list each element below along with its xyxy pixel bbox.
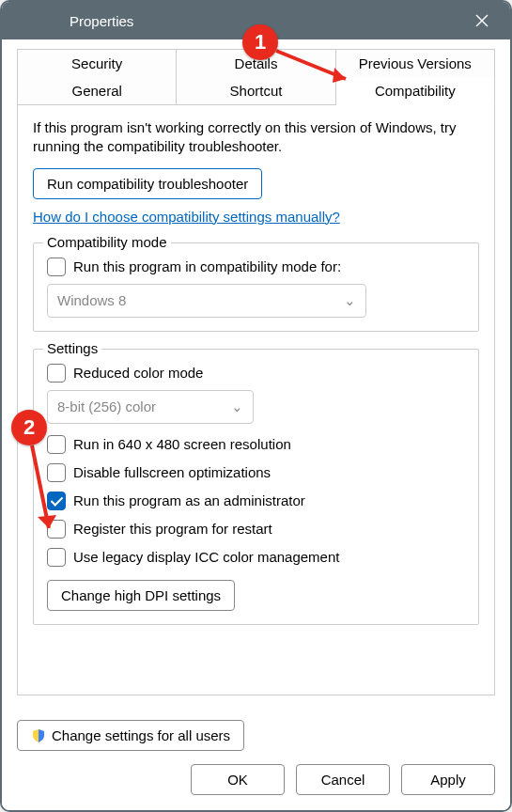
chevron-down-icon: ⌄ bbox=[231, 398, 243, 415]
shield-icon bbox=[31, 728, 46, 743]
properties-window: Properties Security Details Previous Ver… bbox=[0, 0, 512, 812]
color-mode-select[interactable]: 8-bit (256) color ⌄ bbox=[47, 390, 254, 424]
svg-marker-3 bbox=[333, 68, 346, 83]
ok-button[interactable]: OK bbox=[191, 764, 285, 795]
resolution-640-label: Run in 640 x 480 screen resolution bbox=[73, 436, 291, 452]
group-settings: Settings Reduced color mode 8-bit (256) … bbox=[33, 349, 479, 625]
svg-line-4 bbox=[32, 445, 49, 528]
tab-panel-compatibility: If this program isn't working correctly … bbox=[17, 104, 495, 695]
annotation-arrow-2 bbox=[23, 442, 70, 545]
run-as-admin-label: Run this program as an administrator bbox=[73, 492, 305, 508]
all-users-row: Change settings for all users bbox=[17, 720, 495, 751]
chevron-down-icon: ⌄ bbox=[344, 292, 356, 309]
tab-general[interactable]: General bbox=[17, 77, 177, 104]
register-restart-label: Register this program for restart bbox=[73, 521, 272, 537]
close-button[interactable] bbox=[465, 4, 499, 38]
apply-button[interactable]: Apply bbox=[401, 764, 495, 795]
manual-settings-link[interactable]: How do I choose compatibility settings m… bbox=[33, 209, 340, 225]
group-label: Settings bbox=[43, 340, 101, 356]
run-troubleshooter-button[interactable]: Run compatibility troubleshooter bbox=[33, 168, 262, 199]
svg-marker-5 bbox=[38, 515, 56, 528]
window-title: Properties bbox=[70, 13, 133, 29]
intro-text: If this program isn't working correctly … bbox=[33, 118, 479, 157]
close-icon bbox=[474, 13, 489, 28]
dialog-footer: OK Cancel Apply bbox=[2, 751, 510, 810]
cancel-button[interactable]: Cancel bbox=[296, 764, 390, 795]
reduced-color-label: Reduced color mode bbox=[73, 365, 203, 381]
group-label: Compatibility mode bbox=[43, 234, 171, 250]
reduced-color-checkbox[interactable] bbox=[47, 364, 66, 383]
legacy-icc-checkbox[interactable] bbox=[47, 548, 66, 567]
compat-mode-select[interactable]: Windows 8 ⌄ bbox=[47, 284, 366, 318]
compat-mode-checkbox[interactable] bbox=[47, 258, 66, 276]
group-compatibility-mode: Compatibility mode Run this program in c… bbox=[33, 242, 479, 332]
tab-security[interactable]: Security bbox=[17, 49, 177, 77]
annotation-badge-2: 2 bbox=[11, 410, 47, 445]
content-area: Security Details Previous Versions Gener… bbox=[2, 39, 510, 810]
disable-fullscreen-label: Disable fullscreen optimizations bbox=[73, 464, 271, 480]
annotation-arrow-1 bbox=[272, 45, 366, 92]
annotation-badge-1: 1 bbox=[242, 24, 278, 60]
compat-mode-label: Run this program in compatibility mode f… bbox=[73, 258, 341, 274]
legacy-icc-label: Use legacy display ICC color management bbox=[73, 549, 339, 565]
change-dpi-button[interactable]: Change high DPI settings bbox=[47, 580, 235, 611]
change-all-users-button[interactable]: Change settings for all users bbox=[17, 720, 244, 751]
